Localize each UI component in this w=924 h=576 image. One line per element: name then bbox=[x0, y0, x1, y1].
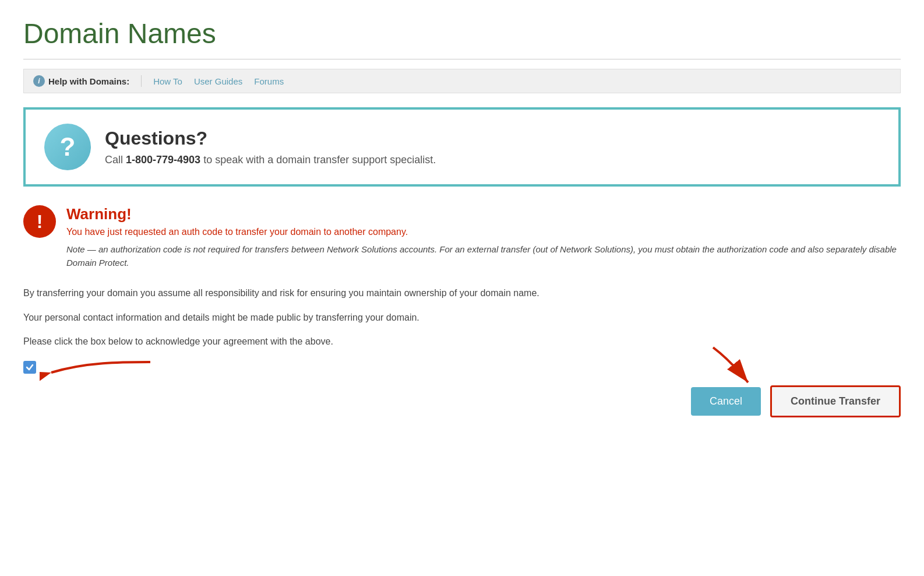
acknowledge-checkbox[interactable] bbox=[23, 361, 36, 374]
cancel-button[interactable]: Cancel bbox=[691, 387, 761, 416]
help-bar: i Help with Domains: How To User Guides … bbox=[23, 69, 901, 93]
title-divider bbox=[23, 59, 901, 59]
questions-text: Questions? Call 1-800-779-4903 to speak … bbox=[105, 128, 436, 166]
questions-body: Call 1-800-779-4903 to speak with a doma… bbox=[105, 154, 436, 166]
help-bar-label: Help with Domains: bbox=[48, 76, 129, 86]
warning-heading: Warning! bbox=[66, 205, 901, 223]
warning-section: ! Warning! You have just requested an au… bbox=[23, 205, 901, 269]
help-link-how-to[interactable]: How To bbox=[153, 76, 182, 86]
warning-note: Note — an authorization code is not requ… bbox=[66, 243, 901, 269]
phone-number: 1-800-779-4903 bbox=[126, 154, 200, 166]
questions-heading: Questions? bbox=[105, 128, 436, 149]
warning-icon: ! bbox=[23, 205, 56, 238]
body-paragraph-3: Please click the box below to acknowledg… bbox=[23, 334, 901, 349]
help-divider bbox=[141, 75, 142, 87]
help-link-user-guides[interactable]: User Guides bbox=[194, 76, 242, 86]
warning-content: Warning! You have just requested an auth… bbox=[66, 205, 901, 269]
continue-transfer-button[interactable]: Continue Transfer bbox=[770, 385, 901, 417]
help-label: i Help with Domains: bbox=[33, 75, 129, 87]
questions-box: ? Questions? Call 1-800-779-4903 to spea… bbox=[23, 107, 901, 187]
info-icon: i bbox=[33, 75, 45, 87]
help-link-forums[interactable]: Forums bbox=[254, 76, 284, 86]
questions-text-after: to speak with a domain transfer support … bbox=[200, 154, 436, 166]
body-paragraph-2: Your personal contact information and de… bbox=[23, 310, 901, 325]
questions-text-before: Call bbox=[105, 154, 126, 166]
arrow-right-indicator bbox=[696, 345, 766, 391]
body-paragraph-1: By transferring your domain you assume a… bbox=[23, 286, 901, 301]
arrow-left-indicator bbox=[40, 356, 156, 385]
question-icon: ? bbox=[44, 124, 91, 170]
page-title: Domain Names bbox=[23, 17, 901, 50]
warning-subtitle: You have just requested an auth code to … bbox=[66, 227, 901, 237]
